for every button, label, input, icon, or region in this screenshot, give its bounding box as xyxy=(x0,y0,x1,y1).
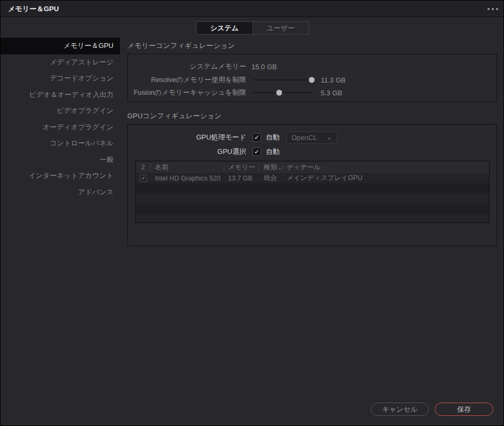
more-options-icon xyxy=(492,8,494,10)
gpu-table-empty-row xyxy=(136,193,489,203)
cancel-button[interactable]: キャンセル xyxy=(371,403,429,416)
sidebar-item-memory-gpu[interactable]: メモリー＆GPU xyxy=(1,38,120,54)
gpu-table-header-type-label: 種類 xyxy=(264,163,277,171)
system-memory-label: システムメモリー xyxy=(128,62,246,71)
system-memory-value: 15.0 GB xyxy=(251,63,277,71)
gpu-row-checkbox[interactable]: ✓ xyxy=(140,175,147,182)
gpu-table-header: 2 名前 メモリー 種類⌄ ディテール xyxy=(136,161,489,173)
gpu-detail-cell: メインディスプレイGPU xyxy=(283,174,489,183)
save-button[interactable]: 保存 xyxy=(435,403,493,416)
gpu-select-auto-checkbox[interactable]: ✓ xyxy=(253,148,261,156)
sidebar-item-audio-plugins[interactable]: オーディオプラグイン xyxy=(1,119,120,136)
tab-bar: システム ユーザー xyxy=(1,18,503,38)
resolve-memory-limit-slider[interactable] xyxy=(253,76,313,84)
sidebar-item-media-storage[interactable]: メディアストレージ xyxy=(1,54,120,71)
gpu-processing-mode-dropdown-value: OpenCL xyxy=(291,134,317,142)
sidebar-item-general[interactable]: 一般 xyxy=(1,152,120,168)
title-bar: メモリー＆GPU xyxy=(1,1,503,17)
sidebar-item-video-audio-io[interactable]: ビデオ＆オーディオ入出力 xyxy=(1,87,120,103)
slider-thumb[interactable] xyxy=(277,90,282,96)
slider-track xyxy=(253,92,313,93)
tab-system[interactable]: システム xyxy=(197,22,253,34)
sort-caret-icon: ⌄ xyxy=(278,165,282,170)
gpu-processing-mode-auto-label: 自動 xyxy=(266,133,280,142)
gpu-configuration-group: GPU処理モード ✓ 自動 OpenCL ⌄ GPU選択 ✓ 自動 xyxy=(127,124,497,246)
memory-section-heading: メモリーコンフィギュレーション xyxy=(127,41,497,55)
check-icon: ✓ xyxy=(254,134,259,141)
memory-configuration-group: システムメモリー 15.0 GB Resolveのメモリー使用を制限 11.3 … xyxy=(127,54,497,102)
gpu-memory-cell: 13.7 GB xyxy=(224,175,259,182)
gpu-processing-mode-dropdown[interactable]: OpenCL ⌄ xyxy=(286,132,337,144)
gpu-type-cell: 統合 xyxy=(259,174,283,183)
gpu-name-cell: Intel HD Graphics 520 xyxy=(151,175,224,182)
fusion-memory-cache-value: 5.3 GB xyxy=(321,89,342,97)
gpu-table-header-type[interactable]: 種類⌄ xyxy=(259,163,283,171)
gpu-list-table: 2 名前 メモリー 種類⌄ ディテール ✓ Intel HD Graphics … xyxy=(135,161,490,223)
gpu-table-header-detail[interactable]: ディテール xyxy=(283,163,489,171)
tab-user[interactable]: ユーザー xyxy=(253,22,309,34)
more-options-icon xyxy=(487,8,490,10)
gpu-select-label: GPU選択 xyxy=(128,147,246,157)
gpu-processing-mode-label: GPU処理モード xyxy=(128,133,246,142)
chevron-down-icon: ⌄ xyxy=(327,134,332,141)
slider-thumb[interactable] xyxy=(308,77,314,83)
tab-group: システム ユーザー xyxy=(196,21,309,35)
more-options-icon xyxy=(496,8,498,10)
gpu-table-header-name[interactable]: 名前 xyxy=(151,163,224,171)
gpu-table-header-count[interactable]: 2 xyxy=(136,163,151,171)
settings-content: メモリーコンフィギュレーション システムメモリー 15.0 GB Resolve… xyxy=(127,38,497,425)
dialog-title: メモリー＆GPU xyxy=(8,1,59,17)
gpu-table-row[interactable]: ✓ Intel HD Graphics 520 13.7 GB 統合 メインディ… xyxy=(136,173,489,183)
sidebar-item-control-panels[interactable]: コントロールパネル xyxy=(1,135,120,152)
fusion-memory-cache-label: Fusionのメモリーキャッシュを制限 xyxy=(128,88,246,97)
gpu-table-empty-row xyxy=(136,183,489,193)
settings-sidebar: メモリー＆GPU メディアストレージ デコードオプション ビデオ＆オーディオ入出… xyxy=(1,38,127,425)
more-options-button[interactable] xyxy=(481,1,503,17)
check-icon: ✓ xyxy=(254,148,259,155)
resolve-memory-limit-label: Resolveのメモリー使用を制限 xyxy=(128,75,246,85)
gpu-table-empty-row xyxy=(136,214,489,223)
sidebar-item-internet-accounts[interactable]: インターネットアカウント xyxy=(1,168,120,184)
gpu-select-auto-label: 自動 xyxy=(266,147,280,157)
gpu-table-empty-row xyxy=(136,203,489,214)
resolve-memory-limit-value: 11.3 GB xyxy=(321,76,346,84)
sidebar-item-decode-options[interactable]: デコードオプション xyxy=(1,70,120,87)
slider-track xyxy=(253,79,313,80)
sidebar-item-advanced[interactable]: アドバンス xyxy=(1,184,120,201)
settings-dialog: メモリー＆GPU システム ユーザー メモリー＆GPU メディアストレージ デコ… xyxy=(0,0,504,426)
sidebar-item-video-plugins[interactable]: ビデオプラグイン xyxy=(1,103,120,119)
check-icon: ✓ xyxy=(141,175,145,181)
gpu-processing-mode-auto-checkbox[interactable]: ✓ xyxy=(253,133,261,142)
gpu-table-header-memory[interactable]: メモリー xyxy=(224,163,259,171)
fusion-memory-cache-slider[interactable] xyxy=(253,89,313,96)
gpu-section-heading: GPUコンフィギュレーション xyxy=(127,111,497,126)
